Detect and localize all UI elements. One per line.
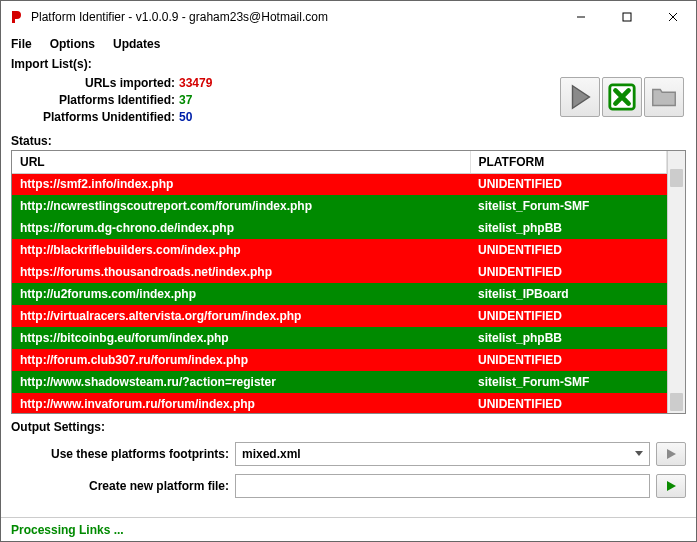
platforms-identified-label: Platforms Identified: (11, 92, 179, 109)
footprints-label: Use these platforms footprints: (11, 447, 229, 461)
table-row[interactable]: http://www.shadowsteam.ru/?action=regist… (12, 371, 667, 393)
status-text: Processing Links ... (11, 523, 124, 537)
table-row[interactable]: https://bitcoinbg.eu/forum/index.phpsite… (12, 327, 667, 349)
table-row[interactable]: http://virtualracers.altervista.org/foru… (12, 305, 667, 327)
window-title: Platform Identifier - v1.0.0.9 - graham2… (31, 10, 558, 24)
platforms-unidentified-value: 50 (179, 109, 192, 126)
output-heading: Output Settings: (11, 420, 105, 435)
menubar: File Options Updates (1, 33, 696, 55)
cell-url: https://forum.dg-chrono.de/index.php (12, 217, 470, 239)
cell-platform: UNIDENTIFIED (470, 261, 667, 283)
statusbar: Processing Links ... (1, 517, 696, 541)
cell-platform: UNIDENTIFIED (470, 349, 667, 371)
titlebar: Platform Identifier - v1.0.0.9 - graham2… (1, 1, 696, 33)
cell-url: https://forums.thousandroads.net/index.p… (12, 261, 470, 283)
cell-url: https://bitcoinbg.eu/forum/index.php (12, 327, 470, 349)
cell-platform: UNIDENTIFIED (470, 305, 667, 327)
scrollbar[interactable] (668, 151, 685, 413)
maximize-button[interactable] (604, 1, 650, 33)
cell-platform: sitelist_IPBoard (470, 283, 667, 305)
play-icon (565, 82, 595, 112)
cell-platform: sitelist_phpBB (470, 217, 667, 239)
app-icon (9, 9, 25, 25)
cell-platform: sitelist_phpBB (470, 327, 667, 349)
table-row[interactable]: http://www.invaforum.ru/forum/index.phpU… (12, 393, 667, 413)
play-icon (665, 480, 677, 492)
play-icon (665, 448, 677, 460)
import-heading: Import List(s): (11, 57, 92, 72)
x-icon (607, 82, 637, 112)
close-button[interactable] (650, 1, 696, 33)
cell-url: http://ncwrestlingscoutreport.com/forum/… (12, 195, 470, 217)
table-row[interactable]: http://u2forums.com/index.phpsitelist_IP… (12, 283, 667, 305)
scroll-down-icon[interactable] (670, 393, 683, 411)
status-heading: Status: (11, 134, 52, 149)
col-platform[interactable]: PLATFORM (470, 151, 667, 173)
cell-platform: sitelist_Forum-SMF (470, 371, 667, 393)
table-row[interactable]: https://forums.thousandroads.net/index.p… (12, 261, 667, 283)
cell-platform: UNIDENTIFIED (470, 173, 667, 195)
status-table[interactable]: URL PLATFORM https://smf2.info/index.php… (12, 151, 668, 413)
table-row[interactable]: https://forum.dg-chrono.de/index.phpsite… (12, 217, 667, 239)
scroll-thumb[interactable] (670, 169, 683, 187)
cell-url: http://virtualracers.altervista.org/foru… (12, 305, 470, 327)
footprints-select[interactable]: mixed.xml (235, 442, 650, 466)
col-url[interactable]: URL (12, 151, 470, 173)
cell-url: http://www.shadowsteam.ru/?action=regist… (12, 371, 470, 393)
menu-updates[interactable]: Updates (113, 37, 160, 51)
urls-imported-value: 33479 (179, 75, 212, 92)
folder-icon (649, 82, 679, 112)
cell-url: http://blackriflebuilders.com/index.php (12, 239, 470, 261)
cell-platform: sitelist_Forum-SMF (470, 195, 667, 217)
chevron-down-icon (635, 451, 643, 456)
menu-file[interactable]: File (11, 37, 32, 51)
svg-rect-1 (623, 13, 631, 21)
footprints-run-button[interactable] (656, 442, 686, 466)
create-file-input[interactable] (235, 474, 650, 498)
cell-platform: UNIDENTIFIED (470, 393, 667, 413)
cancel-button[interactable] (602, 77, 642, 117)
cell-url: http://forum.club307.ru/forum/index.php (12, 349, 470, 371)
cell-url: http://www.invaforum.ru/forum/index.php (12, 393, 470, 413)
platforms-identified-value: 37 (179, 92, 192, 109)
table-row[interactable]: http://blackriflebuilders.com/index.phpU… (12, 239, 667, 261)
create-file-run-button[interactable] (656, 474, 686, 498)
table-row[interactable]: https://smf2.info/index.phpUNIDENTIFIED (12, 173, 667, 195)
cell-url: https://smf2.info/index.php (12, 173, 470, 195)
minimize-button[interactable] (558, 1, 604, 33)
footprints-value: mixed.xml (242, 447, 301, 461)
open-folder-button[interactable] (644, 77, 684, 117)
table-row[interactable]: http://ncwrestlingscoutreport.com/forum/… (12, 195, 667, 217)
menu-options[interactable]: Options (50, 37, 95, 51)
cell-url: http://u2forums.com/index.php (12, 283, 470, 305)
table-row[interactable]: http://forum.club307.ru/forum/index.phpU… (12, 349, 667, 371)
cell-platform: UNIDENTIFIED (470, 239, 667, 261)
urls-imported-label: URLs imported: (11, 75, 179, 92)
play-button[interactable] (560, 77, 600, 117)
create-file-label: Create new platform file: (11, 479, 229, 493)
platforms-unidentified-label: Platforms Unidentified: (11, 109, 179, 126)
